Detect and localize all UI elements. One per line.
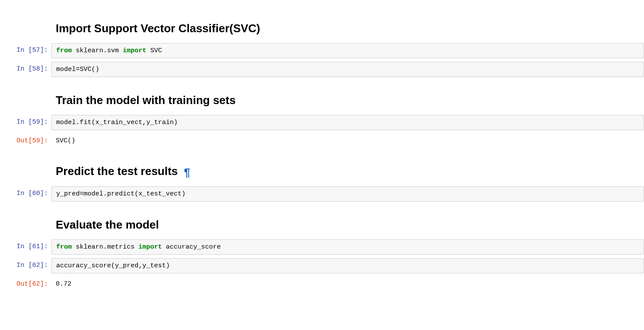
code-text: accuracy_score(y_pred,y_test) bbox=[56, 262, 170, 269]
input-prompt: In [61]: bbox=[0, 239, 51, 251]
keyword: import bbox=[123, 47, 146, 54]
markdown-heading: Train the model with training sets bbox=[56, 94, 644, 107]
input-prompt: In [62]: bbox=[0, 258, 51, 270]
pilcrow-icon[interactable]: ¶ bbox=[184, 166, 190, 179]
code-text: y_pred=model.predict(x_test_vect) bbox=[56, 190, 185, 198]
keyword: from bbox=[56, 243, 72, 251]
output-text: 0.72 bbox=[51, 277, 644, 291]
input-prompt: In [60]: bbox=[0, 186, 51, 198]
output-cell: Out[59]: SVC() bbox=[0, 134, 644, 148]
code-input[interactable]: from sklearn.metrics import accuracy_sco… bbox=[51, 239, 644, 255]
code-text: sklearn.metrics bbox=[72, 243, 138, 251]
code-input[interactable]: y_pred=model.predict(x_test_vect) bbox=[51, 186, 644, 202]
code-text: sklearn.svm bbox=[72, 47, 123, 54]
code-cell[interactable]: In [57]: from sklearn.svm import SVC bbox=[0, 43, 644, 58]
keyword: import bbox=[138, 243, 162, 251]
code-input[interactable]: model=SVC() bbox=[51, 62, 644, 77]
code-text: SVC bbox=[146, 47, 162, 54]
heading-text: Predict the test results bbox=[56, 165, 178, 178]
code-input[interactable]: model.fit(x_train_vect,y_train) bbox=[51, 115, 644, 130]
heading-text: Evaluate the model bbox=[56, 218, 159, 231]
input-prompt: In [58]: bbox=[0, 62, 51, 74]
input-prompt: In [57]: bbox=[0, 43, 51, 55]
code-text: accuracy_score bbox=[162, 243, 221, 251]
code-cell[interactable]: In [58]: model=SVC() bbox=[0, 62, 644, 77]
code-cell[interactable]: In [61]: from sklearn.metrics import acc… bbox=[0, 239, 644, 255]
output-cell: Out[62]: 0.72 bbox=[0, 277, 644, 291]
code-cell[interactable]: In [60]: y_pred=model.predict(x_test_vec… bbox=[0, 186, 644, 202]
markdown-cell[interactable]: Import Support Vector Classifier(SVC) bbox=[0, 9, 644, 43]
markdown-cell[interactable]: Evaluate the model bbox=[0, 205, 644, 239]
markdown-heading: Predict the test results¶ bbox=[56, 165, 644, 178]
heading-text: Train the model with training sets bbox=[56, 94, 236, 107]
code-input[interactable]: from sklearn.svm import SVC bbox=[51, 43, 644, 58]
code-cell[interactable]: In [59]: model.fit(x_train_vect,y_train) bbox=[0, 115, 644, 130]
heading-text: Import Support Vector Classifier(SVC) bbox=[56, 22, 260, 35]
markdown-cell[interactable]: Train the model with training sets bbox=[0, 81, 644, 115]
code-cell[interactable]: In [62]: accuracy_score(y_pred,y_test) bbox=[0, 258, 644, 273]
output-prompt: Out[62]: bbox=[0, 277, 51, 289]
output-text: SVC() bbox=[51, 134, 644, 148]
code-input[interactable]: accuracy_score(y_pred,y_test) bbox=[51, 258, 644, 273]
markdown-heading: Evaluate the model bbox=[56, 218, 644, 232]
code-text: model=SVC() bbox=[56, 66, 99, 73]
output-prompt: Out[59]: bbox=[0, 134, 51, 145]
markdown-heading: Import Support Vector Classifier(SVC) bbox=[56, 22, 644, 35]
notebook: Import Support Vector Classifier(SVC) In… bbox=[0, 0, 644, 312]
input-prompt: In [59]: bbox=[0, 115, 51, 127]
code-text: model.fit(x_train_vect,y_train) bbox=[56, 119, 178, 126]
markdown-cell[interactable]: Predict the test results¶ bbox=[0, 152, 644, 186]
keyword: from bbox=[56, 47, 72, 54]
